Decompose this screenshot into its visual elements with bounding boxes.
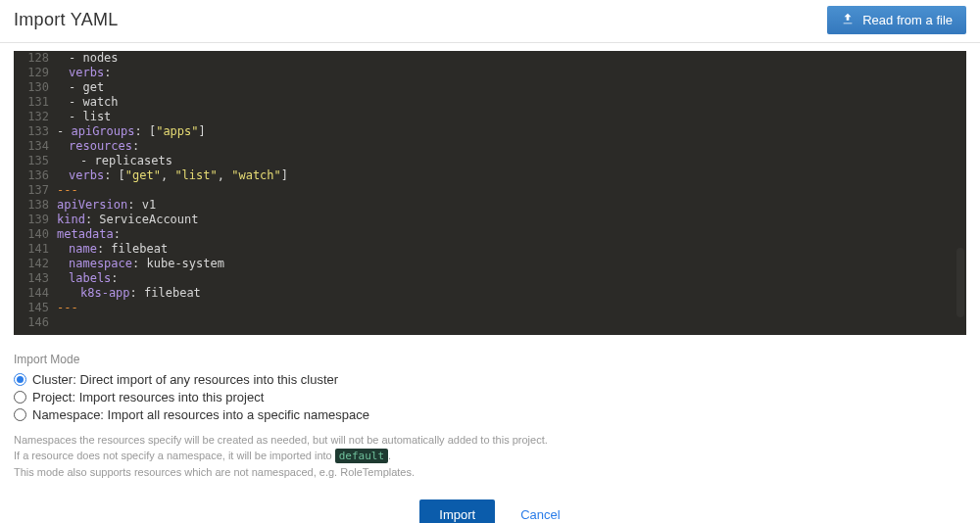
- import-mode-label: Import Mode: [14, 353, 966, 366]
- line-code: - replicasets: [57, 154, 966, 168]
- line-code: apiVersion: v1: [57, 198, 966, 213]
- radio-checked-icon: [14, 373, 26, 386]
- editor-line: 128- nodes: [14, 51, 966, 66]
- line-code: ---: [57, 183, 966, 198]
- editor-line: 132- list: [14, 110, 966, 124]
- line-number: 145: [14, 301, 57, 315]
- editor-line: 143labels:: [14, 271, 966, 286]
- editor-line: 142namespace: kube-system: [14, 257, 966, 271]
- line-number: 140: [14, 227, 57, 242]
- editor-line: 141name: filebeat: [14, 242, 966, 257]
- cancel-button[interactable]: Cancel: [520, 507, 560, 522]
- line-code: ---: [57, 301, 966, 315]
- line-code: metadata:: [57, 227, 966, 242]
- upload-icon: [841, 12, 855, 28]
- line-number: 132: [14, 110, 57, 124]
- help-line: This mode also supports resources which …: [14, 464, 966, 480]
- help-line: Namespaces the resources specify will be…: [14, 432, 966, 448]
- line-code: resources:: [57, 139, 966, 154]
- editor-scrollbar[interactable]: [956, 55, 964, 331]
- line-number: 134: [14, 139, 57, 154]
- line-number: 143: [14, 271, 57, 286]
- editor-line: 135- replicasets: [14, 154, 966, 168]
- line-code: verbs: ["get", "list", "watch"]: [57, 168, 966, 183]
- line-code: namespace: kube-system: [57, 257, 966, 271]
- editor-line: 133- apiGroups: ["apps"]: [14, 124, 966, 139]
- line-number: 136: [14, 168, 57, 183]
- import-mode-option-namespace[interactable]: Namespace: Import all resources into a s…: [14, 407, 966, 422]
- import-mode-option-label: Namespace: Import all resources into a s…: [32, 407, 369, 422]
- editor-line: 134resources:: [14, 139, 966, 154]
- line-code: - get: [57, 80, 966, 95]
- action-bar: Import Cancel: [0, 494, 980, 523]
- yaml-editor-container: 128- nodes129verbs:130- get131- watch132…: [14, 51, 966, 335]
- line-code: verbs:: [57, 66, 966, 80]
- help-text: .: [388, 450, 391, 461]
- line-code: - list: [57, 110, 966, 124]
- editor-line: 138apiVersion: v1: [14, 198, 966, 213]
- line-number: 129: [14, 66, 57, 80]
- line-code: - nodes: [57, 51, 966, 66]
- read-from-file-label: Read from a file: [862, 13, 953, 27]
- import-mode-option-cluster[interactable]: Cluster: Direct import of any resources …: [14, 372, 966, 387]
- line-number: 133: [14, 124, 57, 139]
- line-number: 137: [14, 183, 57, 198]
- line-code: - watch: [57, 95, 966, 110]
- radio-unchecked-icon: [14, 391, 26, 404]
- line-number: 128: [14, 51, 57, 66]
- editor-line: 139kind: ServiceAccount: [14, 213, 966, 227]
- read-from-file-button[interactable]: Read from a file: [827, 6, 966, 34]
- editor-line: 140metadata:: [14, 227, 966, 242]
- line-number: 138: [14, 198, 57, 213]
- line-number: 131: [14, 95, 57, 110]
- help-text: If a resource does not specify a namespa…: [14, 450, 335, 461]
- line-number: 142: [14, 257, 57, 271]
- import-mode-option-label: Cluster: Direct import of any resources …: [32, 372, 338, 387]
- line-number: 146: [14, 315, 57, 330]
- editor-line: 145---: [14, 301, 966, 315]
- import-mode-section: Import Mode Cluster: Direct import of an…: [0, 335, 980, 494]
- editor-line: 129verbs:: [14, 66, 966, 80]
- line-code: labels:: [57, 271, 966, 286]
- default-namespace-pill: default: [335, 449, 388, 463]
- line-number: 130: [14, 80, 57, 95]
- editor-line: 146: [14, 315, 966, 330]
- line-code: - apiGroups: ["apps"]: [57, 124, 966, 139]
- line-code: k8s-app: filebeat: [57, 286, 966, 301]
- editor-line: 131- watch: [14, 95, 966, 110]
- editor-line: 136verbs: ["get", "list", "watch"]: [14, 168, 966, 183]
- line-number: 144: [14, 286, 57, 301]
- line-number: 139: [14, 213, 57, 227]
- editor-line: 144k8s-app: filebeat: [14, 286, 966, 301]
- import-mode-option-label: Project: Import resources into this proj…: [32, 390, 264, 404]
- editor-scrollbar-thumb[interactable]: [956, 248, 964, 317]
- page-header: Import YAML Read from a file: [0, 0, 980, 43]
- help-line: If a resource does not specify a namespa…: [14, 448, 966, 464]
- import-mode-help: Namespaces the resources specify will be…: [14, 432, 966, 480]
- editor-line: 130- get: [14, 80, 966, 95]
- yaml-editor[interactable]: 128- nodes129verbs:130- get131- watch132…: [14, 51, 966, 335]
- radio-unchecked-icon: [14, 408, 26, 421]
- line-number: 135: [14, 154, 57, 168]
- line-number: 141: [14, 242, 57, 257]
- page-title: Import YAML: [14, 10, 119, 30]
- line-code: kind: ServiceAccount: [57, 213, 966, 227]
- editor-line: 137---: [14, 183, 966, 198]
- line-code: [57, 315, 966, 330]
- import-mode-option-project[interactable]: Project: Import resources into this proj…: [14, 390, 966, 404]
- import-button[interactable]: Import: [419, 499, 495, 523]
- line-code: name: filebeat: [57, 242, 966, 257]
